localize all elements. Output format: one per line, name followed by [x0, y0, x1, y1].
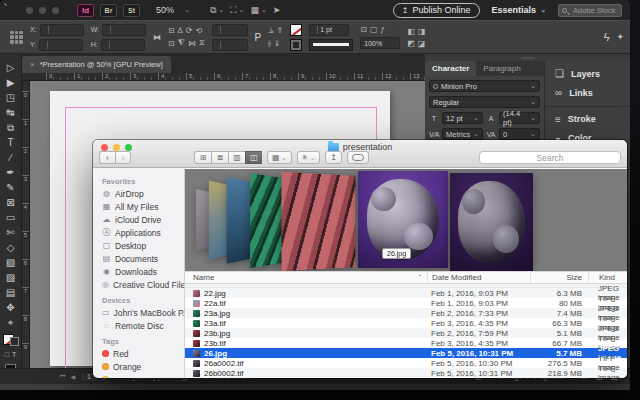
- arrange-documents-dropdown[interactable]: ▦⌄: [250, 5, 266, 15]
- workspace-switcher[interactable]: Essentials ⌄: [492, 5, 546, 15]
- reference-point-grid[interactable]: [10, 31, 23, 44]
- file-row[interactable]: 22a.tif Feb 1, 2016, 9:03 PM 80 MB TIFF …: [185, 298, 627, 308]
- tool-button[interactable]: ▷: [7, 60, 15, 75]
- wrap-icon[interactable]: ◧: [407, 27, 415, 36]
- scale-y-field[interactable]: [212, 39, 248, 51]
- sidebar-item[interactable]: ◌ Remote Disc: [102, 319, 184, 332]
- constrain-proportions-icon[interactable]: ⧓: [153, 33, 161, 42]
- column-header-date[interactable]: Date Modified: [427, 272, 530, 283]
- tool-button[interactable]: ∕: [10, 150, 12, 165]
- tool-button[interactable]: ✒: [6, 165, 14, 180]
- view-options-dropdown[interactable]: ⧉⌄: [210, 5, 224, 16]
- panel-grip[interactable]: [425, 54, 630, 61]
- align-icon[interactable]: ⇑: [277, 26, 284, 35]
- transform-icon[interactable]: ⋈: [188, 39, 196, 48]
- tags-button[interactable]: [347, 151, 369, 164]
- x-position-field[interactable]: [40, 24, 84, 36]
- control-panel-gear-icon[interactable]: ✦: [616, 32, 624, 42]
- view-button[interactable]: ⊞: [194, 151, 211, 164]
- tool-button[interactable]: T: [7, 135, 13, 150]
- file-row[interactable]: 26.jpg Feb 5, 2016, 10:31 PM 5.7 MB JPEG…: [185, 348, 627, 358]
- transform-icon[interactable]: ⊟: [168, 26, 175, 35]
- tool-button[interactable]: ◇: [7, 240, 15, 255]
- tab-paragraph[interactable]: Paragraph: [476, 61, 527, 76]
- apply-formatting-buttons[interactable]: □T: [5, 351, 17, 358]
- transform-icon[interactable]: ⟳: [186, 26, 193, 35]
- screen-mode-dropdown[interactable]: ⛶⌄: [230, 5, 244, 16]
- file-row[interactable]: 26a0002.tif Feb 5, 2016, 10:30 PM 276.5 …: [185, 358, 627, 368]
- align-icon[interactable]: ⫲: [268, 39, 271, 49]
- file-row[interactable]: 22.jpg Feb 1, 2016, 9:03 PM 6.3 MB JPEG …: [185, 288, 627, 298]
- column-header-kind[interactable]: Kind: [588, 272, 627, 283]
- publish-online-button[interactable]: ↥ Publish Online: [393, 3, 480, 18]
- stroke-mini-swatch[interactable]: [10, 337, 19, 346]
- action-button[interactable]: ✳⌄: [297, 151, 321, 164]
- tool-button[interactable]: ▧: [6, 255, 15, 270]
- first-page-icon[interactable]: ⏮: [60, 373, 65, 380]
- coverflow-thumbnail[interactable]: [227, 177, 252, 263]
- forward-button[interactable]: ›: [115, 151, 131, 164]
- column-header-name[interactable]: Name ˆ: [185, 273, 427, 282]
- opacity-field[interactable]: 100%: [360, 37, 400, 49]
- tool-button[interactable]: ▨: [6, 270, 15, 285]
- stroke-style-dropdown[interactable]: [309, 39, 353, 51]
- transform-icon[interactable]: ⟲: [195, 26, 202, 35]
- tool-button[interactable]: ⌖: [8, 315, 14, 330]
- fill-swatch-none[interactable]: [290, 24, 302, 36]
- wrap-icon[interactable]: ◪: [418, 39, 426, 48]
- file-row[interactable]: 23a.tif Feb 3, 2016, 4:35 PM 66.3 MB TIF…: [185, 318, 627, 328]
- tool-button[interactable]: ✄: [6, 225, 14, 240]
- sidebar-item[interactable]: ◉ Downloads: [102, 265, 184, 278]
- zoom-window-icon[interactable]: [52, 7, 59, 14]
- corner-icon[interactable]: ▢: [370, 25, 378, 34]
- tracking-field[interactable]: 0⌄: [499, 128, 540, 140]
- coverflow-thumbnail[interactable]: [450, 173, 533, 271]
- paragraph-style-badge[interactable]: P: [255, 32, 262, 43]
- minimize-window-icon[interactable]: [39, 7, 46, 14]
- adobe-stock-search-input[interactable]: [558, 4, 622, 17]
- align-icon[interactable]: ⇓: [274, 39, 281, 48]
- file-row[interactable]: 23b.jpg Feb 2, 2016, 7:59 PM 5.1 MB JPEG…: [185, 328, 627, 338]
- tool-button[interactable]: ✎: [6, 180, 14, 195]
- sidebar-item[interactable]: ☁ iCloud Drive: [102, 213, 184, 226]
- file-row[interactable]: 23b.tif Feb 3, 2016, 4:35 PM 66.7 MB TIF…: [185, 338, 627, 348]
- tool-button[interactable]: ▤: [6, 285, 15, 300]
- scale-x-field[interactable]: [212, 24, 248, 36]
- view-button[interactable]: ▥: [228, 151, 245, 164]
- tool-button[interactable]: ✥: [6, 300, 14, 315]
- transform-icon[interactable]: ⧖: [199, 38, 205, 48]
- sidebar-item[interactable]: Ⓐ Applications: [102, 226, 184, 239]
- close-tab-icon[interactable]: ×: [30, 60, 35, 69]
- sidebar-tag-item[interactable]: Red: [102, 347, 184, 360]
- sidebar-item[interactable]: ▤ Documents: [102, 252, 184, 265]
- align-icon[interactable]: ⫡: [268, 26, 273, 36]
- sidebar-item[interactable]: ◍ AirDrop: [102, 187, 184, 200]
- transform-icon[interactable]: ⊡: [168, 39, 175, 48]
- wrap-icon[interactable]: ◨: [418, 27, 426, 36]
- height-field[interactable]: [101, 39, 145, 51]
- transform-icon[interactable]: ⧨: [178, 38, 185, 48]
- tool-button[interactable]: ⊠: [6, 195, 14, 210]
- sidebar-item[interactable]: ▢ Desktop: [102, 239, 184, 252]
- sidebar-tag-item[interactable]: [102, 373, 184, 378]
- leading-field[interactable]: (14.4 pt)⌄: [499, 112, 540, 124]
- zoom-level-dropdown[interactable]: 50% ⌄: [156, 5, 190, 15]
- sidebar-item[interactable]: ▭ John's MacBook P...: [102, 306, 184, 319]
- kerning-field[interactable]: Metrics⌄: [442, 128, 483, 140]
- tab-character[interactable]: Character: [425, 61, 476, 76]
- coverflow-thumbnail[interactable]: [250, 173, 285, 268]
- width-field[interactable]: [102, 24, 146, 36]
- file-row[interactable]: 23a.jpg Feb 2, 2016, 7:33 PM 7.4 MB JPEG…: [185, 308, 627, 318]
- font-family-dropdown[interactable]: Minion Pro ⌄: [429, 80, 540, 92]
- stock-button[interactable]: St: [123, 4, 140, 17]
- sidebar-tag-item[interactable]: Orange: [102, 360, 184, 373]
- font-size-field[interactable]: 12 pt⌄: [442, 112, 483, 124]
- tool-button[interactable]: ↹: [6, 105, 14, 120]
- bridge-button[interactable]: Br: [100, 4, 117, 17]
- tool-button[interactable]: ▶: [7, 75, 15, 90]
- view-button[interactable]: ◫: [245, 151, 262, 164]
- share-button[interactable]: ↥: [325, 151, 342, 164]
- corner-icon[interactable]: ⊡: [360, 25, 367, 34]
- file-row[interactable]: 26b0002.tif Feb 5, 2016, 10:31 PM 218.9 …: [185, 368, 627, 378]
- finder-search-input[interactable]: [479, 151, 621, 164]
